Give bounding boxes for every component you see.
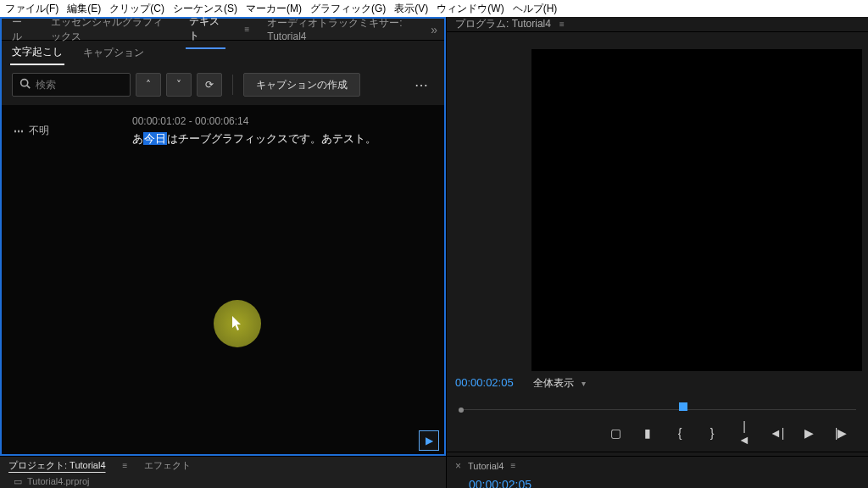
play-icon[interactable]: ▶ <box>802 426 815 440</box>
ellipsis-icon: ⋯ <box>415 77 428 93</box>
step-back-icon[interactable]: ◄| <box>770 426 783 440</box>
tab-program[interactable]: プログラム: Tutorial4 <box>455 17 551 31</box>
prev-result-button[interactable]: ˄ <box>136 73 161 97</box>
ruler-line <box>459 409 856 410</box>
search-field[interactable] <box>36 79 123 91</box>
program-canvas[interactable] <box>531 49 862 371</box>
subtab-transcribe[interactable]: 文字起こし <box>10 41 64 65</box>
project-panel: プロジェクト: Tutorial4 ≡ エフェクト ▭ Tutorial4.pr… <box>0 456 446 488</box>
search-input[interactable] <box>12 73 131 97</box>
next-result-button[interactable]: ˅ <box>166 73 192 97</box>
text-panel: ール エッセンシャルグラフィックス テキスト ≡ オーディオトラックミキサー: … <box>0 17 446 456</box>
text-subtabs: 文字起こし キャプション <box>2 41 444 64</box>
menu-help[interactable]: ヘルプ(H) <box>513 2 558 16</box>
refresh-icon: ⟳ <box>205 79 214 91</box>
ruler-start-dot <box>459 408 464 413</box>
program-ruler[interactable] <box>459 397 856 414</box>
safe-margins-icon[interactable]: ▢ <box>609 426 622 440</box>
transcript-area[interactable]: ⋯ 不明 00:00:01:02 - 00:00:06:14 あ今日はチーブグラ… <box>2 105 444 454</box>
segment-text-highlight: 今日 <box>143 132 167 145</box>
folder-icon: ▭ <box>14 476 22 487</box>
chevron-down-icon: ˅ <box>176 79 181 91</box>
panel-menu-icon[interactable]: ≡ <box>559 19 565 29</box>
divider <box>232 75 233 95</box>
play-icon: ▶ <box>426 435 433 446</box>
panel-menu-icon[interactable]: ≡ <box>244 25 248 34</box>
speaker-name: 不明 <box>29 124 49 138</box>
more-options-button[interactable]: ⋯ <box>409 73 434 97</box>
zoom-select[interactable]: 全体表示 <box>533 377 574 389</box>
segment-text[interactable]: あ今日はチーブグラフィックスです。あテスト。 <box>132 130 376 147</box>
sequence-timecode[interactable]: 00:00:02:05 <box>447 474 868 488</box>
panel-menu-icon[interactable]: ≡ <box>510 461 515 470</box>
menu-window[interactable]: ウィンドウ(W) <box>437 2 504 16</box>
step-forward-icon[interactable]: |▶ <box>834 426 848 440</box>
program-monitor: 00:00:02:05 全体表示 ▾ ▢ ▮ { } |◄ ◄| ▶ |▶ <box>447 32 868 452</box>
tab-project[interactable]: プロジェクト: Tutorial4 <box>7 458 108 474</box>
panel-tab-row: ール エッセンシャルグラフィックス テキスト ≡ オーディオトラックミキサー: … <box>2 19 444 41</box>
speaker-cell[interactable]: ⋯ 不明 <box>14 115 115 147</box>
play-floating-button[interactable]: ▶ <box>419 430 439 451</box>
ellipsis-icon[interactable]: ⋯ <box>14 125 24 137</box>
timeline-panel: × Tutorial4 ≡ 00:00:02:05 <box>447 452 868 488</box>
segment-text-pre: あ <box>132 132 143 145</box>
project-filename: Tutorial4.prproj <box>27 476 90 486</box>
text-toolbar: ˄ ˅ ⟳ キャプションの作成 ⋯ <box>2 64 444 105</box>
tab-effects[interactable]: エフェクト <box>142 458 192 474</box>
subtab-caption[interactable]: キャプション <box>81 42 146 64</box>
transcript-row[interactable]: ⋯ 不明 00:00:01:02 - 00:00:06:14 あ今日はチーブグラ… <box>2 105 444 158</box>
segment-timecode: 00:00:01:02 - 00:00:06:14 <box>132 115 376 127</box>
panel-menu-icon[interactable]: ≡ <box>123 461 128 470</box>
program-tab-row: プログラム: Tutorial4 ≡ <box>447 17 868 32</box>
program-timecode[interactable]: 00:00:02:05 <box>455 376 514 389</box>
go-to-in-icon[interactable]: |◄ <box>737 419 751 446</box>
sequence-name[interactable]: Tutorial4 <box>468 461 504 471</box>
playhead-marker[interactable] <box>679 402 687 411</box>
transport-controls: ▢ ▮ { } |◄ ◄| ▶ |▶ <box>455 414 860 452</box>
search-icon <box>19 78 31 92</box>
cursor-highlight <box>214 300 261 347</box>
marker-icon[interactable]: ▮ <box>641 426 654 440</box>
chevron-down-icon: ▾ <box>581 379 586 388</box>
close-icon[interactable]: × <box>455 460 461 472</box>
in-point-icon[interactable]: { <box>673 426 687 440</box>
svg-point-0 <box>21 80 28 86</box>
out-point-icon[interactable]: } <box>705 426 719 440</box>
svg-line-1 <box>27 86 30 88</box>
refresh-button[interactable]: ⟳ <box>197 73 222 97</box>
create-caption-button[interactable]: キャプションの作成 <box>243 73 360 97</box>
overflow-chevron-icon[interactable]: » <box>431 23 437 36</box>
chevron-up-icon: ˄ <box>146 79 151 91</box>
segment-text-post: はチーブグラフィックスです。あテスト。 <box>167 132 376 145</box>
